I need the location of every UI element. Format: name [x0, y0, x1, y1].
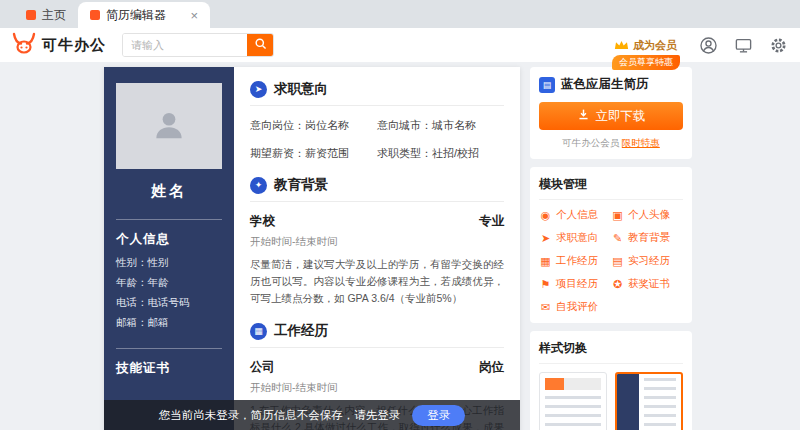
- school-name: 学校: [250, 213, 275, 230]
- search-icon: [254, 37, 267, 53]
- field-gender[interactable]: 性别：性别: [116, 256, 222, 270]
- pair-target-position: 意向岗位：岗位名称: [250, 118, 377, 133]
- module-grid: ◉个人信息 ▣个人头像 ➤求职意向 ✎教育背景 ▦工作经历 ▤实习经历 ⚑项目经…: [539, 208, 683, 314]
- crown-icon: [614, 36, 629, 54]
- thumb-header: [545, 378, 601, 390]
- colon: ：: [294, 119, 305, 131]
- thumb-body: [545, 396, 601, 430]
- pair-job-type: 求职类型：社招/校招: [377, 146, 504, 161]
- member-note-text: 可牛办公会员: [562, 137, 622, 148]
- monitor-icon[interactable]: [733, 35, 753, 55]
- member-note: 可牛办公会员 限时特惠: [539, 137, 683, 150]
- limited-offer-link[interactable]: 限时特惠: [622, 137, 660, 148]
- pair-value: 社招/校招: [432, 147, 479, 159]
- education-row: 学校 专业: [250, 213, 504, 230]
- module-item-awards[interactable]: ✪获奖证书: [611, 277, 683, 291]
- section-header: ▦ 工作经历: [250, 322, 504, 348]
- search-box: [122, 33, 274, 57]
- module-label: 教育背景: [628, 231, 670, 245]
- field-email[interactable]: 邮箱：邮箱: [116, 316, 222, 330]
- search-input[interactable]: [123, 34, 247, 56]
- module-item-internship[interactable]: ▤实习经历: [611, 254, 683, 268]
- style-thumbnail-1[interactable]: [539, 372, 607, 430]
- module-item-personal-info[interactable]: ◉个人信息: [539, 208, 611, 222]
- close-tab-icon[interactable]: ×: [180, 8, 198, 23]
- personal-info-title: 个人信息: [116, 231, 222, 248]
- template-card: ▤ 蓝色应届生简历 立即下载 可牛办公会员 限时特惠: [530, 67, 692, 159]
- user-icon: ◉: [539, 209, 552, 222]
- colon: ：: [294, 147, 305, 159]
- toolbar: 可牛办公 成为会员 会员尊享特惠: [0, 28, 800, 62]
- colon: ：: [137, 296, 148, 308]
- field-value: 年龄: [148, 276, 169, 288]
- login-notice-text: 您当前尚未登录，简历信息不会保存，请先登录: [159, 408, 401, 423]
- module-label: 项目经历: [556, 277, 598, 291]
- resume-name[interactable]: 姓名: [116, 182, 222, 201]
- section-education[interactable]: ✦ 教育背景 学校 专业 开始时间-结束时间 尽量简洁，建议写大学及以上的学历，…: [250, 176, 504, 307]
- pair-value: 城市名称: [432, 119, 476, 131]
- briefcase-icon: ▦: [250, 323, 267, 340]
- module-item-education[interactable]: ✎教育背景: [611, 231, 683, 245]
- section-job-intent[interactable]: ➤ 求职意向 意向岗位：岗位名称 意向城市：城市名称 期望薪资：薪资范围 求职类…: [250, 80, 504, 161]
- member-promo-ribbon[interactable]: 会员尊享特惠: [612, 55, 680, 70]
- major-name: 专业: [479, 213, 504, 230]
- section-header: ➤ 求职意向: [250, 80, 504, 106]
- pair-target-city: 意向城市：城市名称: [377, 118, 504, 133]
- section-header: ✦ 教育背景: [250, 176, 504, 202]
- become-member-button[interactable]: 成为会员 会员尊享特惠: [614, 36, 677, 54]
- tab-home-label: 主页: [42, 7, 66, 24]
- field-label: 性别: [116, 256, 137, 268]
- target-icon: ➤: [539, 232, 552, 245]
- download-button[interactable]: 立即下载: [539, 102, 683, 130]
- colon: ：: [137, 276, 148, 288]
- section-title: 工作经历: [274, 322, 328, 340]
- field-value: 邮箱: [148, 316, 169, 328]
- field-age[interactable]: 年龄：年龄: [116, 276, 222, 290]
- module-label: 获奖证书: [628, 277, 670, 291]
- section-title: 求职意向: [274, 80, 328, 98]
- style-thumbnails: [539, 372, 683, 430]
- document-icon: ▤: [539, 77, 555, 93]
- pair-value: 岗位名称: [305, 119, 349, 131]
- login-notice-bar: 您当前尚未登录，简历信息不会保存，请先登录 登录: [104, 400, 520, 430]
- login-button[interactable]: 登录: [412, 405, 465, 426]
- brand-name: 可牛办公: [42, 36, 106, 55]
- module-label: 个人头像: [628, 208, 670, 222]
- style-thumbnail-2-selected[interactable]: [615, 372, 683, 430]
- work-time: 开始时间-结束时间: [250, 381, 504, 395]
- colon: ：: [421, 147, 432, 159]
- field-value: 电话号码: [148, 296, 190, 308]
- editor-tab-favicon-icon: [90, 10, 100, 20]
- module-item-work[interactable]: ▦工作经历: [539, 254, 611, 268]
- template-title: 蓝色应届生简历: [561, 76, 649, 93]
- module-item-project[interactable]: ⚑项目经历: [539, 277, 611, 291]
- field-label: 邮箱: [116, 316, 137, 328]
- settings-gear-icon[interactable]: [768, 35, 788, 55]
- pencil-icon: ✎: [611, 232, 624, 245]
- module-label: 个人信息: [556, 208, 598, 222]
- account-avatar-icon[interactable]: [698, 35, 718, 55]
- envelope-icon: ✉: [539, 301, 552, 314]
- tab-resume-editor[interactable]: 简历编辑器 ×: [78, 2, 210, 28]
- field-phone[interactable]: 电话：电话号码: [116, 296, 222, 310]
- resume-body: ➤ 求职意向 意向岗位：岗位名称 意向城市：城市名称 期望薪资：薪资范围 求职类…: [234, 67, 520, 430]
- search-button[interactable]: [247, 34, 273, 56]
- tab-editor-label: 简历编辑器: [106, 7, 166, 24]
- field-label: 年龄: [116, 276, 137, 288]
- module-item-self-evaluation[interactable]: ✉自我评价: [539, 300, 611, 314]
- colon: ：: [421, 119, 432, 131]
- toolbar-right: 成为会员 会员尊享特惠: [614, 35, 788, 55]
- module-label: 自我评价: [556, 300, 598, 314]
- pair-label: 求职类型: [377, 147, 421, 159]
- skills-section: 技能证书: [116, 348, 222, 377]
- company-name: 公司: [250, 359, 275, 376]
- tab-home[interactable]: 主页: [14, 2, 78, 28]
- module-item-avatar[interactable]: ▣个人头像: [611, 208, 683, 222]
- resume-preview[interactable]: 姓名 个人信息 性别：性别 年龄：年龄 电话：电话号码 邮箱：邮箱 技能证书: [104, 67, 520, 430]
- photo-placeholder[interactable]: [116, 83, 222, 169]
- module-label: 实习经历: [628, 254, 670, 268]
- module-item-job-intent[interactable]: ➤求职意向: [539, 231, 611, 245]
- app-logo[interactable]: 可牛办公: [12, 32, 106, 58]
- download-label: 立即下载: [596, 108, 646, 125]
- download-icon: [577, 108, 590, 124]
